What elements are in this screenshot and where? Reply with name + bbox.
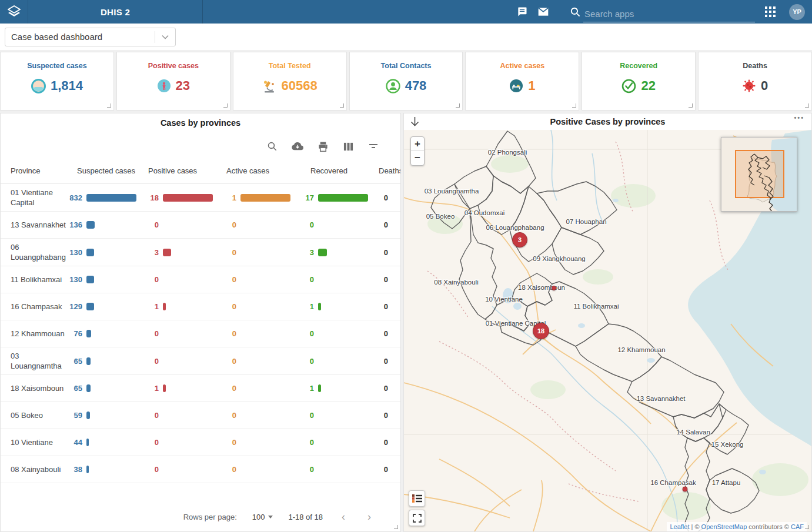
table-row[interactable]: 06 Louangphabang1303030 [1, 239, 401, 266]
overview-minimap[interactable] [721, 137, 797, 212]
table-row[interactable]: 16 Champasak1291010 [1, 293, 401, 320]
value-bar [86, 221, 95, 229]
table-search-icon[interactable] [266, 140, 278, 152]
map-province-label: 18 Xaisomboun [518, 284, 565, 291]
table-row[interactable]: 10 Vientiane440000 [1, 429, 401, 456]
card-value: 0 [761, 78, 768, 93]
province-name: 12 Khammouan [1, 329, 67, 339]
cases-table-panel: Cases by provinces Province Suspected ca… [0, 113, 401, 532]
zoom-out-button[interactable]: − [411, 151, 424, 165]
table-row[interactable]: 08 Xainyabouli380000 [1, 456, 401, 483]
leaflet-link[interactable]: Leaflet [670, 523, 689, 530]
print-icon[interactable] [317, 140, 329, 152]
card-resize-handle[interactable] [456, 103, 460, 108]
table-pagination: Rows per page: 100 1-18 of 18 ‹ › [1, 503, 400, 531]
osm-link[interactable]: OpenStreetMap [701, 523, 747, 530]
search-icon[interactable] [567, 1, 583, 22]
search-apps-input[interactable] [583, 7, 755, 22]
value-bar [318, 194, 368, 202]
table-row[interactable]: 05 Bokeo590000 [1, 402, 401, 429]
map-zoom-control: + − [410, 136, 425, 166]
column-header-positive[interactable]: Positive cases [148, 166, 226, 175]
map-province-label: 16 Champasak [650, 479, 696, 486]
value-bar [163, 303, 166, 310]
table-panel-title: Cases by provinces [1, 113, 400, 128]
table-row[interactable]: 03 Louangnamtha650000 [1, 347, 401, 375]
stat-card-contacts[interactable]: Total Contacts 478 [349, 52, 463, 111]
header-brand[interactable]: DHIS 2 [0, 0, 203, 24]
card-resize-handle[interactable] [107, 103, 111, 108]
stat-card-recovered[interactable]: Recovered 22 [582, 52, 696, 111]
card-value: 1,814 [51, 78, 83, 93]
panel-resize-handle[interactable] [394, 525, 398, 529]
caf-link[interactable]: CAF [791, 523, 804, 530]
case-cluster-marker[interactable]: 18 [533, 323, 549, 339]
card-resize-handle[interactable] [340, 103, 344, 108]
stat-card-suspected[interactable]: Suspected cases 1,814 [0, 52, 114, 111]
table-toolbar [1, 128, 400, 158]
card-resize-handle[interactable] [689, 103, 693, 108]
map-province-label: 12 Khammouan [617, 346, 665, 353]
province-name: 03 Louangnamtha [1, 351, 67, 371]
column-header-province[interactable]: Province [1, 166, 67, 176]
value-bar [86, 466, 89, 473]
panel-resize-handle[interactable] [805, 525, 809, 529]
download-arrow-icon[interactable] [410, 116, 420, 128]
messages-icon[interactable] [512, 1, 533, 22]
apps-grid-icon[interactable] [760, 1, 781, 22]
case-point-marker[interactable] [683, 487, 688, 492]
mail-icon[interactable] [533, 1, 554, 22]
map-canvas[interactable]: 02 Phongsali03 Louangnamtha05 Bokeo04 Ou… [404, 130, 811, 531]
layers-list-button[interactable] [409, 490, 425, 507]
chevron-down-icon[interactable] [155, 35, 175, 39]
card-resize-handle[interactable] [805, 103, 809, 108]
province-name: 06 Louangphabang [1, 242, 67, 262]
more-options-icon[interactable]: ••• [794, 114, 804, 121]
case-cluster-marker[interactable]: 3 [512, 232, 527, 247]
dhis2-logo-icon[interactable] [0, 0, 28, 24]
table-row[interactable]: 01 Vientiane Capital832181170 [1, 184, 401, 212]
value-bar [86, 411, 90, 419]
table-row[interactable]: 13 Savannakhet1360000 [1, 212, 401, 239]
map-province-label: 06 Louangphabang [486, 224, 544, 231]
columns-icon[interactable] [342, 140, 354, 152]
map-province-label: 04 Oudomxai [465, 209, 504, 216]
card-label: Total Contacts [381, 62, 432, 70]
rows-per-page-select[interactable]: 100 [252, 513, 273, 521]
virus-icon [742, 79, 756, 93]
column-header-recovered[interactable]: Recovered [303, 166, 377, 175]
stat-card-tested[interactable]: Total Tested 60568 [233, 52, 347, 111]
province-name: 05 Bokeo [1, 410, 67, 420]
filter-icon[interactable] [367, 140, 379, 152]
card-value: 22 [641, 78, 655, 93]
card-label: Recovered [620, 62, 657, 70]
column-header-deaths[interactable]: Deaths [377, 166, 401, 175]
dashboard-select[interactable]: Case based dashboard [5, 28, 176, 46]
app-header: DHIS 2 YP [0, 0, 812, 24]
case-point-marker[interactable] [552, 286, 556, 290]
stat-card-positive[interactable]: Positive cases 23 [116, 52, 230, 111]
table-row[interactable]: 11 Bolikhamxai1300000 [1, 266, 401, 293]
card-value: 23 [176, 78, 190, 93]
previous-page-button[interactable]: ‹ [338, 511, 349, 522]
card-resize-handle[interactable] [572, 103, 576, 108]
card-resize-handle[interactable] [223, 103, 228, 108]
map-province-label: 13 Savannakhet [636, 395, 685, 402]
value-bar [240, 194, 290, 202]
value-bar [86, 249, 94, 256]
stat-card-deaths[interactable]: Deaths 0 [698, 52, 812, 111]
province-name: 13 Savannakhet [1, 220, 67, 230]
fullscreen-button[interactable] [409, 510, 425, 526]
zoom-in-button[interactable]: + [411, 137, 424, 151]
table-row[interactable]: 12 Khammouan760000 [1, 320, 401, 347]
table-row[interactable]: 18 Xaisomboun651010 [1, 375, 401, 402]
column-header-suspected[interactable]: Suspected cases [67, 166, 148, 175]
download-icon[interactable] [292, 140, 303, 152]
map-province-label: 08 Xainyabouli [434, 279, 478, 286]
next-page-button[interactable]: › [364, 511, 375, 522]
user-avatar[interactable]: YP [789, 4, 805, 20]
column-header-active[interactable]: Active cases [226, 166, 303, 175]
map-province-label: 17 Attapu [712, 479, 741, 486]
caret-down-icon [268, 516, 273, 518]
stat-card-active[interactable]: Active cases 1 [465, 52, 579, 111]
